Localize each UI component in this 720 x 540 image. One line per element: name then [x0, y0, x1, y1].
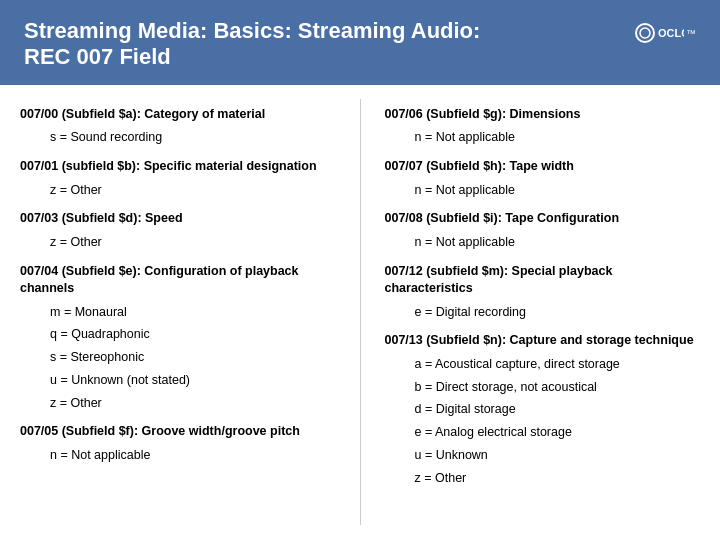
field-value-007_12: e = Digital recording	[385, 303, 701, 322]
field-title-007_01: 007/01 (subfield $b): Specific material …	[20, 158, 336, 176]
title-line2: REC 007 Field	[24, 44, 480, 70]
field-value-007_13: z = Other	[385, 469, 701, 488]
left-column: 007/00 (Subfield $a): Category of materi…	[20, 99, 336, 525]
field-value-007_04: u = Unknown (not stated)	[20, 371, 336, 390]
field-title-007_00: 007/00 (Subfield $a): Category of materi…	[20, 106, 336, 124]
field-value-007_04: s = Stereophonic	[20, 348, 336, 367]
main-content: 007/00 (Subfield $a): Category of materi…	[0, 85, 720, 535]
field-value-007_13: u = Unknown	[385, 446, 701, 465]
field-value-007_13: e = Analog electrical storage	[385, 423, 701, 442]
field-value-007_07: n = Not applicable	[385, 181, 701, 200]
field-value-007_00: s = Sound recording	[20, 128, 336, 147]
title-line1: Streaming Media: Basics: Streaming Audio…	[24, 18, 480, 44]
field-value-007_04: z = Other	[20, 394, 336, 413]
field-value-007_13: d = Digital storage	[385, 400, 701, 419]
field-value-007_06: n = Not applicable	[385, 128, 701, 147]
field-value-007_04: m = Monaural	[20, 303, 336, 322]
field-value-007_13: a = Acoustical capture, direct storage	[385, 355, 701, 374]
oclc-logo: OCLC ™	[634, 22, 696, 44]
field-title-007_08: 007/08 (Subfield $i): Tape Configuration	[385, 210, 701, 228]
field-title-007_04: 007/04 (Subfield $e): Configuration of p…	[20, 263, 336, 298]
field-value-007_01: z = Other	[20, 181, 336, 200]
field-value-007_03: z = Other	[20, 233, 336, 252]
svg-point-0	[636, 24, 654, 42]
column-divider	[360, 99, 361, 525]
field-title-007_12: 007/12 (subfield $m): Special playback c…	[385, 263, 701, 298]
field-title-007_13: 007/13 (Subfield $n): Capture and storag…	[385, 332, 701, 350]
header-title: Streaming Media: Basics: Streaming Audio…	[24, 18, 480, 71]
oclc-logo-svg: OCLC	[634, 22, 684, 44]
right-column: 007/06 (Subfield $g): Dimensionsn = Not …	[385, 99, 701, 525]
field-value-007_08: n = Not applicable	[385, 233, 701, 252]
svg-point-1	[640, 28, 650, 38]
field-title-007_03: 007/03 (Subfield $d): Speed	[20, 210, 336, 228]
field-title-007_07: 007/07 (Subfield $h): Tape width	[385, 158, 701, 176]
field-value-007_05: n = Not applicable	[20, 446, 336, 465]
field-title-007_06: 007/06 (Subfield $g): Dimensions	[385, 106, 701, 124]
svg-text:OCLC: OCLC	[658, 27, 684, 39]
page-header: Streaming Media: Basics: Streaming Audio…	[0, 0, 720, 85]
field-value-007_13: b = Direct storage, not acoustical	[385, 378, 701, 397]
logo-tm: ™	[686, 28, 696, 39]
field-title-007_05: 007/05 (Subfield $f): Groove width/groov…	[20, 423, 336, 441]
field-value-007_04: q = Quadraphonic	[20, 325, 336, 344]
